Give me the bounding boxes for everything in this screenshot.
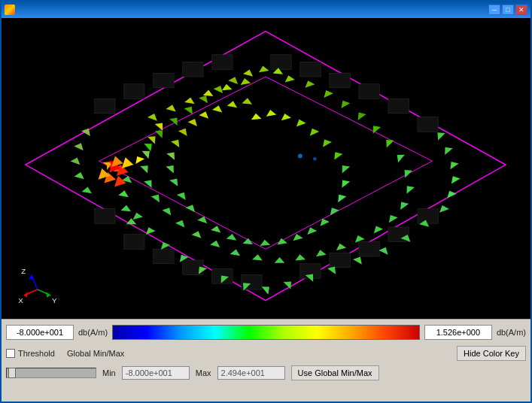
svg-point-141 <box>298 153 302 158</box>
svg-rect-19 <box>95 209 115 224</box>
svg-rect-12 <box>388 98 409 114</box>
viewport[interactable]: Z X Y <box>2 18 530 319</box>
svg-rect-5 <box>154 73 174 88</box>
svg-text:Y: Y <box>52 296 57 305</box>
svg-text:X: X <box>18 296 23 305</box>
global-minmax-label: Global Min/Max <box>67 349 124 358</box>
app-icon <box>5 5 15 15</box>
minimize-button[interactable]: ─ <box>488 5 500 15</box>
svg-rect-7 <box>212 55 233 70</box>
svg-rect-9 <box>300 62 321 77</box>
title-bar: ─ □ ✕ <box>2 2 530 18</box>
colorbar <box>112 325 420 340</box>
min-input[interactable] <box>122 366 190 380</box>
vector-field-canvas: Z X Y <box>2 18 530 319</box>
main-window: ─ □ ✕ <box>0 0 532 403</box>
svg-rect-21 <box>154 249 174 264</box>
max-input[interactable] <box>217 366 285 380</box>
svg-rect-13 <box>418 117 438 132</box>
svg-rect-3 <box>95 98 115 114</box>
threshold-row: Threshold Global Min/Max Hide Color Key <box>6 345 526 362</box>
unit-label-right: db(A/m) <box>497 328 526 337</box>
svg-point-142 <box>313 157 317 161</box>
hide-color-key-button[interactable]: Hide Color Key <box>457 346 526 361</box>
max-label: Max <box>196 368 211 377</box>
svg-rect-0 <box>7 18 526 319</box>
svg-rect-14 <box>418 209 438 224</box>
threshold-slider[interactable] <box>6 368 96 378</box>
max-value-display: 1.526e+000 <box>424 325 492 340</box>
svg-rect-8 <box>271 55 291 70</box>
svg-text:Z: Z <box>21 267 26 275</box>
min-value-display: -8.000e+001 <box>6 325 74 340</box>
use-global-minmax-button[interactable]: Use Global Min/Max <box>291 365 379 380</box>
svg-rect-17 <box>330 253 350 268</box>
bottom-panel: -8.000e+001 db(A/m) 1.526e+000 db(A/m) T… <box>2 319 530 401</box>
svg-rect-6 <box>183 62 203 77</box>
threshold-checkbox-wrap: Threshold <box>6 349 55 358</box>
close-button[interactable]: ✕ <box>515 5 527 15</box>
svg-rect-20 <box>124 235 144 250</box>
title-bar-left <box>5 5 15 15</box>
threshold-label: Threshold <box>18 349 55 358</box>
colorbar-row: -8.000e+001 db(A/m) 1.526e+000 db(A/m) <box>6 323 526 342</box>
svg-rect-4 <box>124 84 144 99</box>
unit-label-left: db(A/m) <box>78 328 108 337</box>
slider-thumb <box>8 368 16 378</box>
svg-rect-16 <box>359 242 379 257</box>
maximize-button[interactable]: □ <box>502 5 514 15</box>
svg-rect-11 <box>359 84 379 99</box>
threshold-checkbox[interactable] <box>6 349 15 358</box>
svg-rect-10 <box>330 73 350 88</box>
title-buttons: ─ □ ✕ <box>488 5 527 15</box>
min-label: Min <box>102 368 116 377</box>
